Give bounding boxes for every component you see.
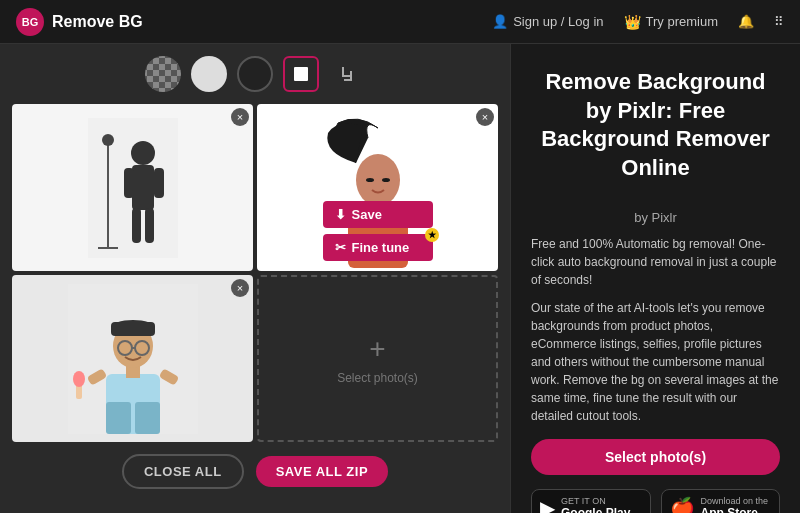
google-play-button[interactable]: ▶ GET IT ON Google Play (531, 489, 651, 513)
svg-point-9 (131, 141, 155, 165)
person-cap-image (68, 284, 198, 434)
app-store-large-text: App Store (701, 506, 769, 513)
signup-link[interactable]: 👤 Sign up / Log in (492, 14, 603, 29)
svg-point-8 (102, 134, 114, 146)
google-play-small-text: GET IT ON (561, 496, 630, 506)
left-panel: × × (0, 44, 510, 513)
svg-rect-14 (145, 208, 154, 243)
store-buttons: ▶ GET IT ON Google Play 🍎 Download on th… (531, 489, 780, 513)
close-image-2-button[interactable]: × (476, 108, 494, 126)
image-cell-2: × (257, 104, 498, 271)
black-bg-button[interactable] (237, 56, 273, 92)
fine-tune-button[interactable]: ✂ Fine tune ★ (323, 234, 433, 261)
crop-icon (338, 65, 356, 83)
app-store-button[interactable]: 🍎 Download on the App Store (661, 489, 781, 513)
image-cell-3: × (12, 275, 253, 442)
svg-rect-10 (132, 165, 154, 210)
svg-point-18 (356, 154, 400, 206)
grid-icon: ⠿ (774, 14, 784, 29)
svg-rect-11 (124, 168, 134, 198)
close-all-button[interactable]: CLOSE ALL (122, 454, 244, 489)
header-nav: 👤 Sign up / Log in 👑 Try premium 🔔 ⠿ (492, 14, 784, 30)
image-cell-1: × (12, 104, 253, 271)
white-bg-button[interactable] (191, 56, 227, 92)
svg-rect-28 (111, 322, 155, 336)
background-toolbar (145, 56, 365, 92)
add-icon: + (369, 333, 385, 365)
close-image-3-button[interactable]: × (231, 279, 249, 297)
app-title: Remove BG (52, 13, 143, 31)
svg-rect-12 (154, 168, 164, 198)
checkered-bg-button[interactable] (145, 56, 181, 92)
svg-rect-4 (344, 79, 352, 81)
svg-point-35 (73, 371, 85, 387)
right-panel: Remove Background by Pixlr: Free Backgro… (510, 44, 800, 513)
svg-rect-24 (135, 402, 160, 434)
download-icon: ⬇ (335, 207, 346, 222)
svg-rect-23 (106, 402, 131, 434)
fine-tune-badge: ★ (425, 228, 439, 242)
main-content: × × (0, 44, 800, 513)
panel-title: Remove Background by Pixlr: Free Backgro… (531, 68, 780, 182)
google-play-large-text: Google Play (561, 506, 630, 513)
image-grid: × × (12, 104, 498, 442)
bell-icon: 🔔 (738, 14, 754, 29)
logo: BG (16, 8, 44, 36)
add-photo-cell[interactable]: + Select photo(s) (257, 275, 498, 442)
close-image-1-button[interactable]: × (231, 108, 249, 126)
crown-icon: 👑 (624, 14, 641, 30)
crop-button[interactable] (329, 56, 365, 92)
svg-point-20 (382, 178, 390, 182)
select-photos-button[interactable]: Select photo(s) (531, 439, 780, 475)
grid-menu-button[interactable]: ⠿ (774, 14, 784, 29)
header-left: BG Remove BG (16, 8, 143, 36)
premium-button[interactable]: 👑 Try premium (624, 14, 718, 30)
google-play-icon: ▶ (540, 496, 555, 513)
scissors-icon: ✂ (335, 240, 346, 255)
by-pixlr-label: by Pixlr (531, 210, 780, 225)
add-photo-label: Select photo(s) (337, 371, 418, 385)
user-icon: 👤 (492, 14, 508, 29)
header: BG Remove BG 👤 Sign up / Log in 👑 Try pr… (0, 0, 800, 44)
svg-rect-0 (294, 67, 308, 81)
square-bg-button[interactable] (283, 56, 319, 92)
bottom-action-bar: CLOSE ALL SAVE ALL ZIP (110, 442, 400, 501)
app-store-small-text: Download on the (701, 496, 769, 506)
apple-icon: 🍎 (670, 496, 695, 513)
notification-button[interactable]: 🔔 (738, 14, 754, 29)
svg-point-19 (366, 178, 374, 182)
description-2: Our state of the art AI-tools let's you … (531, 299, 780, 425)
svg-rect-13 (132, 208, 141, 243)
save-button[interactable]: ⬇ Save (323, 201, 433, 228)
image-overlay-buttons: ⬇ Save ✂ Fine tune ★ (323, 201, 433, 261)
save-all-zip-button[interactable]: SAVE ALL ZIP (256, 456, 388, 487)
square-icon (292, 65, 310, 83)
description-1: Free and 100% Automatic bg removal! One-… (531, 235, 780, 289)
person-mic-image (88, 118, 178, 258)
